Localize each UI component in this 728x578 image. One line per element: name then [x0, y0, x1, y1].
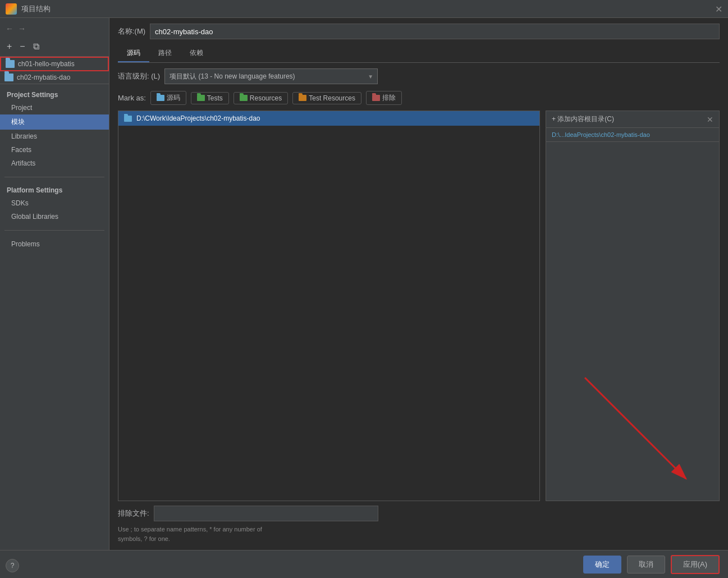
- lang-level-select[interactable]: 项目默认 (13 - No new language features): [164, 68, 378, 84]
- mark-sources-label: 源码: [167, 93, 180, 103]
- module-toolbar: + − ⧉: [0, 36, 109, 57]
- sidebar-item-label-libraries: Libraries: [11, 132, 37, 140]
- tab-sources-label: 源码: [127, 49, 140, 57]
- bottom-section: 排除文件: Use ; to separate name patterns, *…: [118, 506, 720, 544]
- add-module-button[interactable]: +: [4, 40, 14, 53]
- sidebar-item-label-facets: Facets: [11, 146, 31, 154]
- exclude-hint: Use ; to separate name patterns, * for a…: [118, 525, 720, 544]
- sidebar-item-label-sdks: SDKs: [11, 199, 29, 207]
- platform-settings-title: Platform Settings: [0, 184, 109, 196]
- path-item-selected[interactable]: D:\CWork\IdeaProjects\ch02-mybatis-dao: [118, 111, 539, 126]
- module-item-ch01[interactable]: ch01-hello-mybatis: [0, 57, 109, 71]
- exclude-hint-line1: Use ; to separate name patterns, * for a…: [118, 525, 720, 535]
- copy-module-button[interactable]: ⧉: [31, 40, 42, 53]
- module-folder-icon-ch01: [6, 60, 15, 68]
- sources-folder-icon: [157, 95, 164, 101]
- lang-select-wrapper: 项目默认 (13 - No new language features): [164, 68, 378, 84]
- nav-separator: [4, 177, 104, 177]
- mark-sources-button[interactable]: 源码: [150, 91, 186, 105]
- test-resources-folder-icon: [299, 95, 306, 101]
- excluded-folder-icon: [372, 95, 380, 101]
- main-layout: ← → + − ⧉ ch01-hello-mybatis ch02-mybati…: [0, 18, 728, 550]
- sidebar-item-modules[interactable]: 模块: [0, 114, 109, 130]
- back-button[interactable]: ←: [4, 23, 15, 34]
- exclude-hint-line2: symbols, ? for one.: [118, 534, 720, 544]
- title-bar-text: 项目结构: [21, 4, 51, 14]
- sidebar-item-artifacts[interactable]: Artifacts: [0, 157, 109, 170]
- tests-folder-icon: [197, 95, 205, 101]
- sidebar-item-global-libraries[interactable]: Global Libraries: [0, 210, 109, 223]
- project-settings-section: Project Settings Project 模块 Libraries Fa…: [0, 84, 109, 175]
- tab-dependencies-label: 依赖: [190, 49, 203, 57]
- mark-resources-label: Resources: [250, 94, 282, 102]
- exclude-label: 排除文件:: [118, 508, 149, 519]
- module-item-label-ch02: ch02-mybatis-dao: [17, 74, 70, 81]
- module-item-ch02[interactable]: ch02-mybatis-dao: [0, 71, 109, 84]
- problems-section: Problems: [0, 233, 109, 255]
- exclude-input[interactable]: [154, 506, 378, 521]
- sidebar-item-facets[interactable]: Facets: [0, 143, 109, 157]
- module-folder-icon-ch02: [4, 74, 13, 81]
- app-icon: [6, 3, 17, 15]
- help-button[interactable]: ?: [6, 559, 19, 572]
- lang-level-label: 语言级别: (L): [118, 71, 160, 81]
- right-content: 名称:(M) 源码 路径 依赖 语言级别: (L) 项目默认 (13 - No …: [109, 18, 728, 550]
- path-list: D:\CWork\IdeaProjects\ch02-mybatis-dao: [118, 111, 540, 501]
- mark-tests-label: Tests: [207, 94, 223, 102]
- add-root-close-button[interactable]: ✕: [707, 115, 713, 124]
- mark-excluded-label: 排除: [382, 93, 396, 103]
- name-label: 名称:(M): [118, 26, 145, 36]
- path-item-text: D:\CWork\IdeaProjects\ch02-mybatis-dao: [136, 114, 260, 122]
- project-settings-title: Project Settings: [0, 89, 109, 101]
- mark-test-resources-label: Test Resources: [309, 94, 355, 102]
- mark-as-row: Mark as: 源码 Tests Resources Test Resourc…: [118, 91, 720, 105]
- tab-paths-label: 路径: [158, 49, 172, 57]
- sidebar-item-label-problems: Problems: [11, 240, 40, 248]
- sidebar: ← → + − ⧉ ch01-hello-mybatis ch02-mybati…: [0, 18, 109, 550]
- tab-dependencies[interactable]: 依赖: [181, 45, 212, 62]
- resources-folder-icon: [240, 95, 248, 101]
- lang-level-row: 语言级别: (L) 项目默认 (13 - No new language fea…: [118, 68, 720, 84]
- mark-test-resources-button[interactable]: Test Resources: [292, 92, 361, 104]
- sidebar-item-project[interactable]: Project: [0, 101, 109, 114]
- mark-resources-button[interactable]: Resources: [233, 92, 288, 104]
- platform-settings-section: Platform Settings SDKs Global Libraries: [0, 180, 109, 228]
- add-root-title[interactable]: + 添加内容根目录(C): [552, 114, 614, 124]
- forward-button[interactable]: →: [17, 23, 27, 34]
- cancel-button[interactable]: 取消: [627, 556, 665, 574]
- sidebar-item-label-global-libraries: Global Libraries: [11, 213, 58, 221]
- sidebar-item-sdks[interactable]: SDKs: [0, 196, 109, 210]
- tab-sources[interactable]: 源码: [118, 45, 149, 62]
- sidebar-item-label-modules: 模块: [11, 118, 25, 126]
- exclude-row: 排除文件:: [118, 506, 720, 521]
- name-input[interactable]: [150, 24, 720, 39]
- sidebar-item-libraries[interactable]: Libraries: [0, 130, 109, 143]
- content-area: D:\CWork\IdeaProjects\ch02-mybatis-dao +…: [118, 111, 720, 501]
- apply-button[interactable]: 应用(A): [671, 555, 720, 574]
- title-bar: 项目结构 ✕: [0, 0, 728, 18]
- tab-paths[interactable]: 路径: [149, 45, 181, 62]
- remove-module-button[interactable]: −: [17, 40, 27, 53]
- footer: 确定 取消 应用(A): [0, 550, 728, 578]
- navigation-toolbar: ← →: [0, 21, 109, 36]
- sidebar-item-label-project: Project: [11, 104, 32, 112]
- add-root-path-display: D:\...IdeaProjects\ch02-mybatis-dao: [546, 128, 719, 142]
- mark-as-label: Mark as:: [118, 94, 146, 102]
- path-item-folder-icon: [124, 116, 132, 122]
- module-list: ch01-hello-mybatis ch02-mybatis-dao: [0, 57, 109, 84]
- add-root-panel: + 添加内容根目录(C) ✕ D:\...IdeaProjects\ch02-m…: [546, 111, 720, 501]
- confirm-button[interactable]: 确定: [583, 556, 621, 574]
- tabs-bar: 源码 路径 依赖: [118, 45, 720, 63]
- add-root-header: + 添加内容根目录(C) ✕: [546, 111, 719, 128]
- mark-excluded-button[interactable]: 排除: [366, 91, 402, 105]
- module-item-label-ch01: ch01-hello-mybatis: [18, 60, 75, 68]
- title-bar-close-button[interactable]: ✕: [715, 3, 722, 14]
- mark-tests-button[interactable]: Tests: [191, 92, 229, 104]
- nav-separator-2: [4, 230, 104, 231]
- name-row: 名称:(M): [118, 24, 720, 39]
- sidebar-item-problems[interactable]: Problems: [0, 237, 109, 251]
- sidebar-item-label-artifacts: Artifacts: [11, 159, 35, 167]
